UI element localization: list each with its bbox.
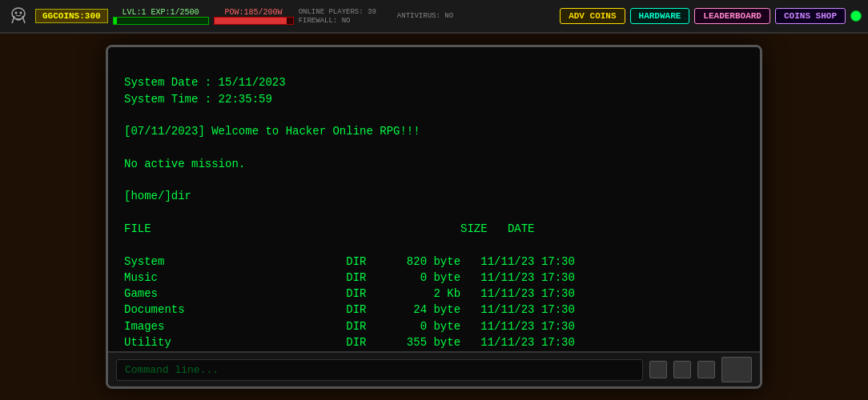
dir-command-line: [home/]dir [124, 190, 191, 202]
command-input[interactable] [116, 359, 643, 381]
ctrl-btn-2[interactable] [673, 361, 691, 378]
pow-fill [215, 18, 287, 24]
logo [6, 4, 30, 28]
svg-point-2 [20, 12, 22, 14]
pow-bar-wrap: POW:185/200W [214, 8, 294, 25]
welcome-line: [07/11/2023] Welcome to Hacker Online RP… [124, 125, 420, 138]
pow-text: POW:185/200W [214, 8, 294, 17]
coins-display: GGCOINS:300 [35, 9, 108, 23]
hud-right-buttons: ADV COINS HARDWARE LEADERBOARD COINS SHO… [560, 8, 862, 24]
terminal-monitor: System Date : 15/11/2023 System Time : 2… [106, 45, 762, 389]
xp-bar-wrap: LVL:1 EXP:1/2500 [113, 8, 209, 25]
sys-date-line: System Date : 15/11/2023 [124, 76, 286, 89]
level-text: LVL:1 EXP:1/2500 [113, 8, 209, 17]
leaderboard-button[interactable]: LEADERBOARD [694, 8, 770, 24]
terminal-screen: System Date : 15/11/2023 System Time : 2… [108, 47, 760, 351]
terminal-bottom-bar [108, 351, 760, 386]
online-indicator [850, 10, 862, 22]
ctrl-btn-1[interactable] [649, 361, 667, 378]
online-players-text: ONLINE PLAYERS: 39 [299, 8, 376, 16]
xp-bar [113, 17, 209, 25]
file-listing: FILE SIZE DATE System DIR 820 byte 11/11… [124, 222, 575, 351]
adv-coins-button[interactable]: ADV COINS [560, 8, 625, 24]
no-mission-line: No active mission. [124, 158, 245, 170]
ctrl-btn-3[interactable] [697, 361, 715, 378]
sys-time-line: System Time : 22:35:59 [124, 93, 272, 106]
terminal-output: System Date : 15/11/2023 System Time : 2… [124, 58, 744, 351]
firewall-text: FIREWALL: NO [299, 17, 376, 25]
pow-bar [214, 17, 294, 25]
coins-shop-button[interactable]: COINS SHOP [775, 8, 846, 24]
ctrl-btn-large[interactable] [721, 357, 752, 382]
xp-fill [114, 18, 118, 24]
hud-bar: GGCOINS:300 LVL:1 EXP:1/2500 POW:185/200… [0, 0, 868, 34]
hud-status-texts: ONLINE PLAYERS: 39 FIREWALL: NO [299, 8, 376, 25]
app-wrapper: GGCOINS:300 LVL:1 EXP:1/2500 POW:185/200… [0, 0, 868, 400]
svg-point-1 [15, 12, 18, 14]
hardware-button[interactable]: HARDWARE [630, 8, 690, 24]
antivirus-text: ANTIVIRUS: NO [397, 12, 453, 20]
main-area: System Date : 15/11/2023 System Time : 2… [0, 34, 868, 400]
